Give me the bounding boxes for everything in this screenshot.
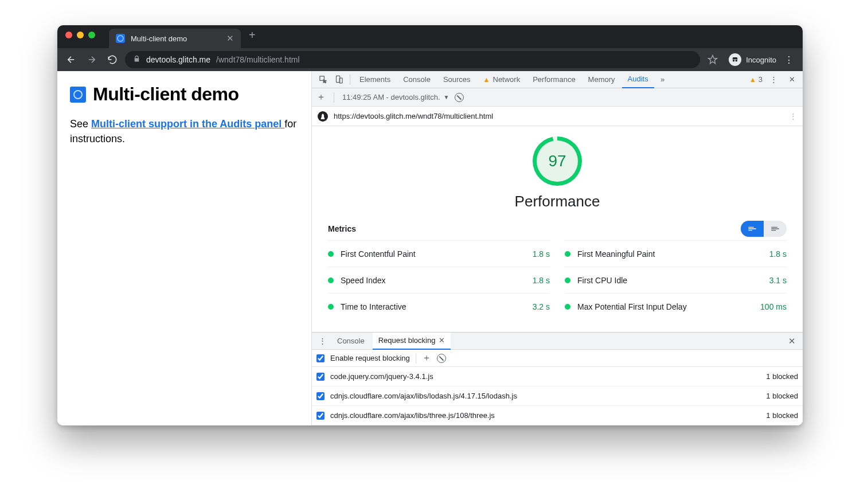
tab-performance[interactable]: Performance [527, 71, 581, 88]
separator [350, 75, 350, 85]
back-button[interactable] [63, 52, 79, 68]
pattern-count: 1 blocked [766, 372, 798, 381]
metric-label: First CPU Idle [577, 276, 763, 285]
gauge-score: 97 [548, 152, 566, 170]
blocked-pattern-row: cdnjs.cloudflare.com/ajax/libs/three.js/… [312, 406, 803, 425]
lock-icon [133, 55, 140, 64]
pattern-enabled-checkbox[interactable] [316, 373, 325, 381]
incognito-indicator: Incognito [729, 53, 776, 66]
page-body-link[interactable]: Multi-client support in the Audits panel [91, 118, 284, 130]
pattern-enabled-checkbox[interactable] [316, 392, 325, 400]
url-path: /wndt78/multiclient.html [216, 55, 300, 64]
close-tab-button[interactable]: ✕ [226, 33, 234, 44]
devtools-settings-button[interactable]: ⋮ [766, 75, 781, 84]
metric-row: First Meaningful Paint1.8 s [565, 240, 787, 267]
minimize-window-button[interactable] [77, 32, 84, 38]
drawer-tab-label: Request blocking [378, 336, 436, 345]
drawer-menu-button[interactable]: ⋮ [315, 337, 329, 345]
pattern-text: cdnjs.cloudflare.com/ajax/libs/three.js/… [330, 411, 495, 420]
remove-all-patterns-button[interactable] [437, 354, 446, 363]
audit-report: 97 Performance Metrics First Contentful … [312, 126, 803, 332]
tab-memory[interactable]: Memory [583, 71, 621, 88]
audit-url-row: https://devtools.glitch.me/wndt78/multic… [312, 107, 803, 126]
metric-value: 3.2 s [533, 302, 550, 311]
metric-value: 1.8 s [533, 276, 550, 285]
device-toolbar-button[interactable] [331, 75, 346, 84]
close-drawer-button[interactable]: ✕ [785, 336, 799, 346]
tab-audits[interactable]: Audits [622, 71, 654, 88]
metric-value: 3.1 s [769, 276, 787, 285]
drawer-tab-request-blocking[interactable]: Request blocking ✕ [373, 333, 451, 350]
metric-row: Max Potential First Input Delay100 ms [565, 293, 787, 319]
new-tab-button[interactable]: + [249, 29, 256, 42]
browser-menu-button[interactable]: ⋮ [781, 52, 797, 68]
metric-value: 1.8 s [769, 249, 787, 259]
tab-network[interactable]: ▲Network [478, 71, 526, 88]
metric-row: First CPU Idle3.1 s [565, 267, 787, 293]
pattern-count: 1 blocked [766, 392, 798, 400]
devtools-drawer: ⋮ Console Request blocking ✕ ✕ Enable re… [312, 332, 803, 425]
warnings-badge[interactable]: ▲3 [749, 75, 763, 84]
view-toggle-compact[interactable] [741, 221, 764, 237]
maximize-window-button[interactable] [88, 32, 95, 38]
titlebar: Multi-client demo ✕ + [57, 25, 803, 48]
metric-label: Max Potential First Input Delay [577, 302, 753, 311]
more-tabs-button[interactable]: » [655, 75, 670, 84]
svg-point-0 [733, 60, 735, 62]
browser-tab[interactable]: Multi-client demo ✕ [109, 29, 241, 48]
window-controls [65, 32, 95, 38]
warning-icon: ▲ [749, 76, 756, 84]
reload-button[interactable] [104, 52, 120, 68]
warning-icon: ▲ [483, 76, 490, 84]
tab-title: Multi-client demo [131, 34, 187, 43]
tab-sources[interactable]: Sources [437, 71, 476, 88]
devtools-panel: Elements Console Sources ▲Network Perfor… [312, 71, 803, 425]
content-area: Multi-client demo See Multi-client suppo… [57, 71, 803, 425]
page-logo-icon [70, 87, 86, 103]
status-dot-icon [565, 304, 570, 310]
lighthouse-icon [318, 111, 328, 122]
tab-elements[interactable]: Elements [354, 71, 396, 88]
metric-row: Time to Interactive3.2 s [328, 293, 550, 319]
audit-run-label: 11:49:25 AM - devtools.glitch. [342, 93, 440, 101]
audit-run-dropdown[interactable]: 11:49:25 AM - devtools.glitch. ▼ [342, 93, 449, 101]
devtools-close-button[interactable]: ✕ [784, 75, 799, 84]
separator [334, 92, 334, 103]
blocked-patterns-list: code.jquery.com/jquery-3.4.1.js 1 blocke… [312, 367, 803, 425]
devtools-tabstrip: Elements Console Sources ▲Network Perfor… [312, 71, 803, 88]
metric-row: First Contentful Paint1.8 s [328, 240, 550, 267]
pattern-count: 1 blocked [766, 411, 798, 420]
chevron-down-icon: ▼ [444, 94, 449, 100]
blocked-pattern-row: cdnjs.cloudflare.com/ajax/libs/lodash.js… [312, 386, 803, 406]
bookmark-star-button[interactable] [705, 52, 721, 68]
view-toggle-expanded[interactable] [764, 221, 787, 237]
audit-url-menu-button[interactable]: ⋮ [789, 112, 797, 120]
browser-toolbar: devtools.glitch.me/wndt78/multiclient.ht… [57, 48, 803, 71]
tab-console[interactable]: Console [397, 71, 436, 88]
inspect-element-button[interactable] [315, 75, 330, 84]
page-title: Multi-client demo [93, 84, 239, 105]
performance-gauge: 97 Performance [328, 136, 787, 210]
metrics-header: Metrics [328, 221, 787, 237]
drawer-tab-console[interactable]: Console [331, 333, 370, 350]
new-audit-button[interactable]: ＋ [316, 91, 326, 103]
clear-audits-button[interactable] [455, 93, 464, 102]
close-drawer-tab-button[interactable]: ✕ [439, 336, 445, 345]
incognito-icon [729, 53, 741, 66]
favicon-icon [116, 34, 125, 43]
pattern-enabled-checkbox[interactable] [316, 412, 325, 420]
page-viewport: Multi-client demo See Multi-client suppo… [57, 71, 312, 425]
metrics-title: Metrics [328, 224, 356, 233]
enable-request-blocking-checkbox[interactable] [316, 354, 325, 362]
pattern-text: cdnjs.cloudflare.com/ajax/libs/lodash.js… [330, 392, 517, 400]
enable-label: Enable request blocking [330, 354, 410, 362]
separator [416, 353, 416, 364]
pattern-text: code.jquery.com/jquery-3.4.1.js [330, 372, 433, 381]
close-window-button[interactable] [65, 32, 72, 38]
metric-label: Speed Index [341, 276, 526, 285]
add-pattern-button[interactable]: ＋ [422, 352, 431, 364]
address-bar[interactable]: devtools.glitch.me/wndt78/multiclient.ht… [125, 51, 700, 68]
forward-button[interactable] [84, 52, 100, 68]
metric-value: 100 ms [760, 302, 787, 311]
metric-label: First Meaningful Paint [577, 249, 763, 259]
